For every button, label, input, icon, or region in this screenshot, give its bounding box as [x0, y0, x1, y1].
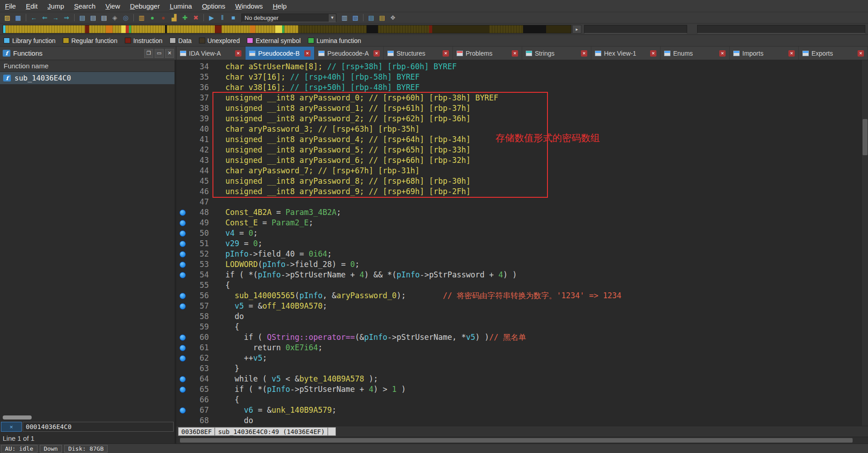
take-snapshot-icon[interactable]: ▧: [350, 13, 360, 22]
tab-enums[interactable]: Enums✕: [660, 47, 730, 60]
tab-structures[interactable]: Structures✕: [384, 47, 453, 60]
jump-by-name-icon[interactable]: ▤: [77, 13, 87, 22]
code-line-45[interactable]: 45 unsigned __int8 aryPassword_8; // [rs…: [176, 176, 868, 186]
debug-pause-icon[interactable]: ‖: [217, 13, 227, 22]
breakpoint-dot-icon[interactable]: [179, 230, 186, 237]
tab-strings[interactable]: Strings✕: [522, 47, 591, 60]
lumina-push-icon[interactable]: ●: [158, 13, 168, 22]
tab-imports[interactable]: Imports✕: [730, 47, 799, 60]
breakpoint-indicator[interactable]: [176, 376, 189, 382]
code-line-55[interactable]: 55 {: [176, 280, 868, 291]
code-line-34[interactable]: 34 char aStrUserName[8]; // [rsp+38h] [r…: [176, 62, 868, 72]
breakpoint-indicator[interactable]: [176, 251, 189, 257]
menu-debugger[interactable]: Debugger: [125, 2, 165, 10]
close-icon[interactable]: ✕: [304, 50, 311, 57]
navband-filter-box[interactable]: [697, 25, 865, 33]
breakpoint-dot-icon[interactable]: [179, 293, 186, 299]
code-line-61[interactable]: 61 return 0xE7i64;: [176, 343, 868, 353]
code-line-62[interactable]: 62 ++v5;: [176, 353, 868, 363]
panel-hscroll[interactable]: [0, 414, 175, 421]
magnet-icon[interactable]: ◈: [110, 13, 120, 22]
menu-search[interactable]: Search: [69, 2, 101, 10]
color-navigator-icon[interactable]: ▥: [137, 13, 146, 22]
debug-stop-icon[interactable]: ■: [228, 13, 238, 22]
close-icon[interactable]: ✕: [788, 50, 795, 57]
breakpoint-dot-icon[interactable]: [179, 251, 186, 257]
breakpoint-dot-icon[interactable]: [179, 355, 186, 362]
dock-panel-button[interactable]: ▭: [155, 49, 164, 58]
new-file-icon[interactable]: ▨: [2, 13, 12, 22]
column-header-function-name[interactable]: Function name: [0, 60, 175, 72]
breakpoint-indicator[interactable]: [176, 345, 189, 351]
close-icon[interactable]: ✕: [719, 50, 726, 57]
close-icon[interactable]: ✕: [443, 50, 449, 57]
binoculars-search-icon[interactable]: ◎: [121, 13, 131, 22]
breakpoint-dot-icon[interactable]: [179, 210, 186, 216]
code-line-67[interactable]: 67 v6 = &unk_140B9A579;: [176, 405, 868, 415]
code-line-58[interactable]: 58 do: [176, 311, 868, 322]
code-line-51[interactable]: 51 v29 = 0;: [176, 238, 868, 249]
cancel-edit-icon[interactable]: ✖: [191, 13, 201, 22]
code-line-63[interactable]: 63 }: [176, 363, 868, 374]
code-line-39[interactable]: 39 unsigned __int8 aryPassword_2; // [rs…: [176, 114, 868, 124]
code-line-36[interactable]: 36 char v38[16]; // [rsp+50h] [rbp-48h] …: [176, 82, 868, 93]
chart-icon[interactable]: ▟: [169, 13, 179, 22]
notepad-icon[interactable]: ▤: [377, 13, 387, 22]
breakpoint-dot-icon[interactable]: [179, 345, 186, 351]
code-line-56[interactable]: 56 sub_140005565(pInfo, &aryPassword_0);…: [176, 291, 868, 301]
function-list-item[interactable]: fsub_14036E4C0: [0, 72, 175, 84]
code-line-65[interactable]: 65 if ( *(pInfo->pStrUserName + 4) > 1 ): [176, 384, 868, 395]
tab-ida-view-a[interactable]: IDA View-A✕: [176, 47, 245, 60]
breakpoint-indicator[interactable]: [176, 230, 189, 237]
close-panel-button[interactable]: ✕: [165, 49, 174, 58]
breakpoint-indicator[interactable]: [176, 334, 189, 341]
menu-file[interactable]: File: [0, 2, 21, 10]
clear-filter-button[interactable]: ×: [1, 422, 22, 432]
code-line-42[interactable]: 42 unsigned __int8 aryPassword_5; // [rs…: [176, 145, 868, 155]
code-line-64[interactable]: 64 while ( v5 < &byte_140B9A578 );: [176, 374, 868, 384]
menu-view[interactable]: View: [100, 2, 125, 10]
nav-back-icon[interactable]: ←: [29, 13, 39, 22]
code-line-66[interactable]: 66 {: [176, 395, 868, 405]
tab-problems[interactable]: Problems✕: [453, 47, 522, 60]
code-line-48[interactable]: 48 Const_4B2A = Param3_4B2A;: [176, 207, 868, 218]
code-line-46[interactable]: 46 unsigned __int8 aryPassword_9; // [rs…: [176, 186, 868, 197]
code-line-53[interactable]: 53 LODWORD(pInfo->field_28) = 0;: [176, 259, 868, 270]
breakpoint-list-icon[interactable]: ❖: [388, 13, 398, 22]
tab-hex-view-1[interactable]: Hex View-1✕: [591, 47, 660, 60]
navband-scroll-button[interactable]: ▸: [572, 25, 581, 33]
jump-to-segment-icon[interactable]: ▤: [99, 13, 109, 22]
code-line-68[interactable]: 68 do: [176, 415, 868, 426]
debug-run-icon[interactable]: ▶: [207, 13, 217, 22]
breakpoint-dot-icon[interactable]: [179, 376, 186, 382]
breakpoint-dot-icon[interactable]: [179, 262, 186, 268]
code-line-57[interactable]: 57 v5 = &off_140B9A570;: [176, 301, 868, 311]
breakpoint-indicator[interactable]: [176, 220, 189, 226]
breakpoint-indicator[interactable]: [176, 407, 189, 414]
code-line-44[interactable]: 44 char aryPassword_7; // [rsp+67h] [rbp…: [176, 166, 868, 176]
code-hscroll-thumb[interactable]: [180, 438, 853, 443]
windows-list-icon[interactable]: ▤: [366, 13, 376, 22]
attach-process-icon[interactable]: ▥: [340, 13, 349, 22]
breakpoint-indicator[interactable]: [176, 241, 189, 247]
code-vertical-scrollbar[interactable]: [861, 60, 868, 426]
code-line-54[interactable]: 54 if ( *(pInfo->pStrUserName + 4) && *(…: [176, 270, 868, 280]
menu-jump[interactable]: Jump: [42, 2, 69, 10]
jump-to-function-icon[interactable]: ▤: [88, 13, 98, 22]
code-line-52[interactable]: 52 pInfo->field_40 = 0i64;: [176, 249, 868, 259]
breakpoint-indicator[interactable]: [176, 293, 189, 299]
menu-options[interactable]: Options: [197, 2, 231, 10]
code-line-50[interactable]: 50 v4 = 0;: [176, 228, 868, 238]
navigation-band[interactable]: [3, 25, 571, 33]
nav-forward-icon[interactable]: →: [51, 13, 61, 22]
nav-back-end-icon[interactable]: ⇐: [40, 13, 50, 22]
chevron-down-icon[interactable]: ▼: [328, 14, 336, 22]
nav-forward-end-icon[interactable]: ⇒: [61, 13, 71, 22]
breakpoint-dot-icon[interactable]: [179, 407, 186, 414]
breakpoint-indicator[interactable]: [176, 262, 189, 268]
menu-edit[interactable]: Edit: [21, 2, 42, 10]
menu-lumina[interactable]: Lumina: [165, 2, 197, 10]
tab-pseudocode-a[interactable]: Pseudocode-A✕: [315, 47, 384, 60]
breakpoint-indicator[interactable]: [176, 355, 189, 362]
close-icon[interactable]: ✕: [512, 50, 518, 57]
